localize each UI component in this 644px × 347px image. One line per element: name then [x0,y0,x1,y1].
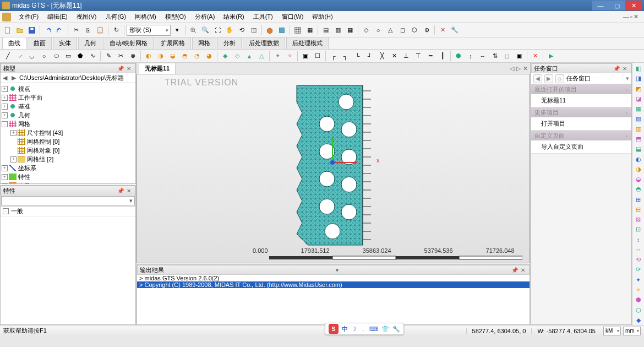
status-unit1[interactable]: kM [603,327,621,335]
tab-curve[interactable]: 曲线 [2,37,26,49]
c4-icon[interactable]: ◓ [179,51,190,62]
tab-postmode[interactable]: 后处理模式 [286,37,329,49]
view-tool-13[interactable]: ⊞ [634,194,643,204]
task-section-header[interactable]: 最近打开的项目 [531,84,631,94]
zoom-out-icon[interactable]: 🔍 [200,25,211,36]
mdi-minimize[interactable]: — [623,13,629,20]
s2-icon[interactable]: ◇ [232,51,243,62]
redo-button[interactable] [54,25,66,36]
view-tool-2[interactable]: ◩ [634,84,643,94]
undo-button[interactable] [42,25,53,36]
ime-keyboard-icon[interactable]: ⌨ [369,326,378,333]
x2-icon[interactable]: ↕ [465,51,476,62]
view-tool-22[interactable]: ✧ [634,285,643,295]
tree-back[interactable]: ◀ [1,74,9,82]
x4-icon[interactable]: ⇅ [489,51,500,62]
view-tool-18[interactable]: ↔ [634,245,643,254]
mesh3-icon[interactable]: ▦ [345,25,356,36]
m4-icon[interactable]: ┘ [364,51,375,62]
view-tool-25[interactable]: ◆ [634,316,643,325]
save-button[interactable] [26,25,37,36]
pin-icon[interactable]: 📌 [116,66,125,72]
edit2-icon[interactable]: ✂ [115,51,126,62]
menu-mesh[interactable]: 网格(M) [130,12,161,22]
m6-icon[interactable]: ✕ [389,51,400,62]
rotate-icon[interactable]: ⟲ [236,25,247,36]
status-unit2[interactable]: mm [623,327,641,335]
arc-icon[interactable]: ◡ [26,51,37,62]
tree-node[interactable]: +网格组 [2] [2,155,134,164]
model-tree[interactable]: +视点+工作平面+基准+几何-网格+尺寸控制 [43]网格控制 [0]网格对象 … [1,83,135,183]
output-menu[interactable]: ▾ [335,267,340,273]
p2-icon[interactable]: ✧ [284,51,295,62]
snap6-icon[interactable]: ⊕ [421,25,432,36]
copy-button[interactable]: ⎘ [83,25,94,36]
view-tool-10[interactable]: ◑ [634,165,643,174]
sel2-icon[interactable]: ☐ [312,51,323,62]
view-iso-icon[interactable] [264,25,275,36]
menu-model[interactable]: 模型(O) [161,12,190,22]
tab-mesh[interactable]: 网格 [192,37,216,49]
s1-icon[interactable]: ◆ [220,51,231,62]
delete-icon[interactable]: ✕ [437,25,448,36]
view-tool-4[interactable]: ▦ [634,104,643,113]
snap3-icon[interactable]: △ [385,25,396,36]
tree-node[interactable]: 网格对象 [0] [2,146,134,155]
ime-moon-icon[interactable]: ☽ [351,326,357,333]
m7-icon[interactable]: ⊥ [401,51,412,62]
ime-toolbar[interactable]: S 中 ☽ ， ⌨ 👕 🔧 [325,323,404,335]
c5-icon[interactable]: ◔ [192,51,203,62]
doc-prev[interactable]: ◁ [510,65,514,72]
property-general-row[interactable]: - 一般 [1,207,135,216]
shape-edit-icon[interactable]: ▾ [172,25,183,36]
tree-node[interactable]: +尺寸控制 [43] [2,128,134,137]
menu-window[interactable]: 窗口(W) [277,12,308,22]
poly-icon[interactable]: ⬟ [75,51,86,62]
tree-fwd[interactable]: ▶ [9,74,18,82]
m10-icon[interactable]: ┃ [437,51,448,62]
m5-icon[interactable]: ╳ [376,51,388,62]
task-nav-dd[interactable]: ▾ [626,75,629,82]
tree-node[interactable]: -网格 [2,120,134,128]
menu-tool[interactable]: 工具(T) [249,12,277,22]
view-tool-14[interactable]: ⊟ [634,205,643,214]
doc-close[interactable]: ✕ [523,65,528,72]
ime-mode[interactable]: 中 [342,325,348,333]
tree-node[interactable]: +几何 [2,111,134,120]
maximize-button[interactable]: ▢ [609,1,625,10]
view-tool-0[interactable]: ◧ [634,64,643,73]
x1-icon[interactable]: ⬢ [453,51,464,62]
x5-icon[interactable]: □ [501,51,512,62]
view-front-icon[interactable] [276,25,287,36]
line-icon[interactable]: ╱ [2,51,13,62]
view-tool-7[interactable]: ⬒ [634,134,643,144]
tree-node[interactable]: +基准 [2,102,134,111]
open-button[interactable] [14,25,25,36]
tree-node[interactable]: +视点 [2,84,134,93]
play-icon[interactable]: ▶ [545,51,556,62]
ime-wrench-icon[interactable]: 🔧 [392,326,400,333]
menu-view[interactable]: 视图(V) [72,12,101,22]
menu-geometry[interactable]: 几何(G) [101,12,130,22]
menu-help[interactable]: 帮助(H) [308,12,337,22]
c1-icon[interactable]: ◐ [143,51,154,62]
grid-icon[interactable] [292,25,303,36]
del2-icon[interactable]: ✕ [530,51,541,62]
view-tool-20[interactable]: ⟳ [634,265,643,274]
pin-icon[interactable]: 📌 [116,188,125,194]
tree-node[interactable]: +工作平面 [2,93,134,102]
rect-icon[interactable]: ▭ [63,51,74,62]
task-item[interactable]: 导入自定义页面 [531,140,631,153]
view-tool-9[interactable]: ◐ [634,154,643,164]
task-home[interactable]: ⌂ [555,74,564,83]
refresh-icon[interactable]: ↻ [111,25,122,36]
snap2-icon[interactable]: ○ [373,25,384,36]
sel1-icon[interactable]: ▣ [300,51,311,62]
zoom-in-icon[interactable] [188,25,199,36]
close-icon[interactable]: ✕ [621,66,629,72]
ime-s-icon[interactable]: S [329,324,339,334]
task-section-header[interactable]: 更多项目 [531,107,631,117]
property-filter-dropdown[interactable] [1,196,135,205]
p1-icon[interactable]: ✦ [272,51,283,62]
mdi-close[interactable]: ✕ [634,13,638,20]
